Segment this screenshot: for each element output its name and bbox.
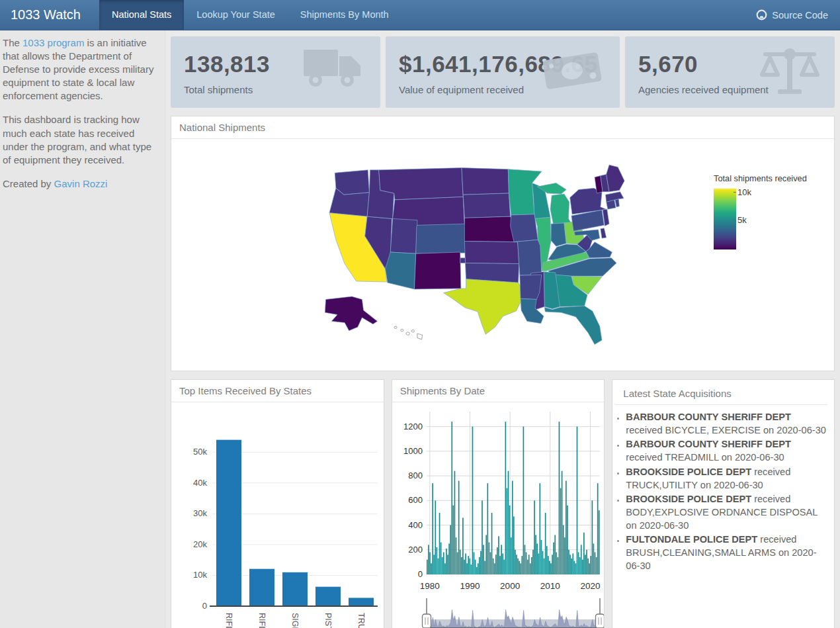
state-CO[interactable] (416, 224, 470, 253)
intro-text: The (3, 37, 22, 48)
panel-title: Top Items Received By States (171, 380, 384, 402)
scale-icon (759, 46, 820, 101)
state-NM[interactable] (415, 252, 461, 289)
sidebar-credit: Created by Gavin Rozzi (3, 177, 162, 191)
svg-text:PISTO: PISTO (323, 613, 333, 628)
legend-title: Total shipments received (714, 173, 825, 183)
national-shipments-panel: National Shipments (171, 116, 835, 371)
top-items-panel: Top Items Received By States 010k20k30k4… (171, 379, 384, 628)
state-AZ[interactable] (386, 252, 416, 289)
state-WA[interactable] (335, 170, 369, 195)
bar-chart-svg[interactable]: 010k20k30k40k50kRIFLE,RIFLE,SIGHTPISTOTR… (173, 405, 384, 628)
svg-text:10k: 10k (193, 570, 207, 580)
svg-text:1200: 1200 (403, 422, 423, 431)
state-IA[interactable] (511, 214, 538, 242)
source-code-link[interactable]: Source Code (756, 0, 840, 30)
money-icon (539, 46, 605, 99)
acquisition-item: FULTONDALE POLICE DEPT received BRUSH,CL… (626, 533, 827, 572)
nav-item-lookup-your-state[interactable]: Lookup Your State (184, 0, 288, 30)
svg-text:1980: 1980 (420, 581, 440, 591)
rangeslider-handle-right[interactable] (595, 614, 604, 628)
acquisition-item: BROOKSIDE POLICE DEPT received BODY,EXPL… (626, 492, 827, 532)
nav-item-shipments-by-month[interactable]: Shipments By Month (288, 0, 401, 30)
svg-text:2020: 2020 (580, 581, 600, 591)
shipments-by-date-panel: Shipments By Date 1980199020002010202002… (392, 379, 605, 628)
state-HI[interactable] (394, 326, 423, 339)
svg-text:0: 0 (202, 601, 207, 611)
state-ME[interactable] (607, 165, 624, 192)
acquisition-item: BARBOUR COUNTY SHERIFF DEPT received TRE… (626, 437, 827, 464)
sidebar-description: This dashboard is tracking how much each… (3, 113, 162, 166)
svg-text:20k: 20k (193, 539, 207, 549)
svg-text:2000: 2000 (500, 581, 520, 591)
latest-acquisitions-panel: Latest State Acquisitions BARBOUR COUNTY… (612, 379, 835, 628)
date-chart-svg[interactable]: 1980199020002010202002004006008001000120… (394, 405, 605, 628)
svg-text:800: 800 (408, 471, 423, 480)
map-legend: Total shipments received 10k5k (714, 173, 825, 249)
github-icon (756, 9, 767, 21)
stat-card-value: $1,641,176,689.65 Value of equipment rec… (386, 36, 620, 108)
state-AK[interactable] (325, 296, 377, 331)
acquisition-item: BROOKSIDE POLICE DEPT received TRUCK,UTI… (626, 465, 827, 492)
credit-text: Created by (3, 178, 54, 189)
nav-items: National StatsLookup Your StateShipments… (99, 0, 401, 30)
svg-text:TRUC: TRUC (357, 613, 366, 628)
state-SD[interactable] (463, 193, 510, 218)
state-KS[interactable] (464, 242, 519, 264)
state-RI[interactable] (615, 199, 620, 207)
sidebar-intro: The 1033 program is an initiative that a… (3, 36, 162, 103)
rangeslider-handle-left[interactable] (422, 614, 431, 628)
svg-text:RIFLE,: RIFLE, (257, 613, 267, 628)
state-ND[interactable] (462, 168, 509, 195)
brand-title[interactable]: 1033 Watch (0, 0, 91, 30)
date-chart[interactable]: 1980199020002010202002004006008001000120… (392, 402, 605, 628)
choropleth-map[interactable]: Total shipments received 10k5k (171, 139, 834, 371)
state-MA[interactable] (606, 192, 624, 202)
state-AR[interactable] (520, 275, 542, 299)
svg-text:400: 400 (408, 520, 423, 530)
legend-tick-5k: 5k (737, 215, 747, 225)
panel-title: Latest State Acquisitions (615, 382, 827, 405)
nav-item-national-stats[interactable]: National Stats (99, 0, 184, 30)
svg-text:1990: 1990 (460, 581, 480, 591)
bar-chart[interactable]: 010k20k30k40k50kRIFLE,RIFLE,SIGHTPISTOTR… (171, 402, 384, 628)
state-NE[interactable] (464, 216, 518, 242)
legend-ticks: 10k5k (736, 189, 763, 249)
truck-icon (302, 46, 366, 97)
svg-text:30k: 30k (193, 508, 207, 518)
acquisition-item: BARBOUR COUNTY SHERIFF DEPT received BIC… (626, 410, 827, 437)
source-code-label: Source Code (772, 10, 828, 21)
state-DE[interactable] (601, 228, 607, 238)
author-link[interactable]: Gavin Rozzi (54, 178, 108, 189)
acquisitions-list: BARBOUR COUNTY SHERIFF DEPT received BIC… (615, 410, 827, 573)
legend-tick-10k: 10k (737, 187, 751, 197)
bottom-row: Top Items Received By States 010k20k30k4… (171, 379, 835, 628)
svg-text:1000: 1000 (403, 446, 423, 456)
top-navbar: 1033 Watch National StatsLookup Your Sta… (0, 0, 840, 30)
us-map-svg[interactable] (300, 154, 631, 351)
svg-text:SIGHT: SIGHT (290, 613, 300, 628)
svg-text:40k: 40k (193, 478, 207, 488)
svg-text:200: 200 (408, 545, 423, 555)
state-FL[interactable] (544, 306, 602, 344)
sidebar: The 1033 program is an initiative that a… (0, 30, 165, 628)
svg-text:RIFLE,: RIFLE, (224, 613, 233, 628)
main-content: 138,813 Total shipments $1,641,176,689.6… (165, 30, 840, 628)
stat-card-total-shipments: 138,813 Total shipments (171, 36, 380, 108)
panel-title: National Shipments (171, 116, 834, 139)
svg-text:600: 600 (408, 495, 423, 505)
state-UT[interactable] (390, 218, 417, 253)
svg-text:50k: 50k (193, 447, 207, 457)
state-IN[interactable] (551, 223, 566, 246)
legend-gradient (714, 189, 736, 249)
panel-title: Shipments By Date (392, 380, 605, 402)
svg-text:2010: 2010 (540, 581, 560, 591)
program-link[interactable]: 1033 program (22, 37, 84, 48)
stat-cards: 138,813 Total shipments $1,641,176,689.6… (171, 36, 835, 108)
stat-card-agencies: 5,670 Agencies received equipment (625, 36, 835, 108)
svg-text:0: 0 (417, 569, 422, 579)
